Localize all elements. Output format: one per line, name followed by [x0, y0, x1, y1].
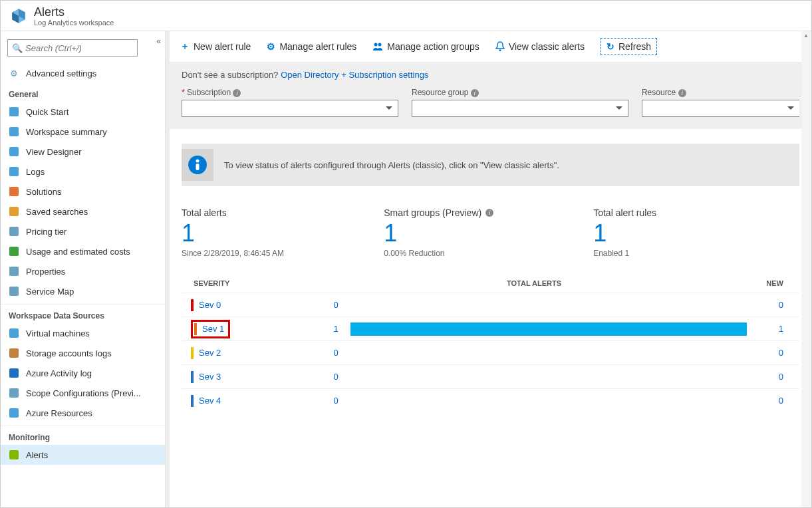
sidebar-group-label: General [1, 83, 165, 102]
svg-rect-4 [9, 187, 19, 196]
open-directory-link[interactable]: Open Directory + Subscription settings [281, 70, 428, 80]
sidebar-item-pricing-tier[interactable]: Pricing tier [1, 221, 165, 241]
resource-select[interactable] [642, 100, 799, 117]
sidebar-item-logs[interactable]: Logs [1, 162, 165, 182]
svg-point-16 [374, 43, 378, 47]
sidebar-item-azure-resources[interactable]: Azure Resources [1, 403, 165, 423]
people-icon [372, 42, 383, 51]
view-classic-alerts-button[interactable]: View classic alerts [495, 41, 585, 52]
sidebar: « 🔍 ⚙ Advanced settings GeneralQuick Sta… [1, 31, 166, 507]
search-input[interactable]: 🔍 [7, 39, 138, 57]
page-subtitle: Log Analytics workspace [34, 19, 114, 27]
bell-icon [495, 41, 505, 52]
toolbar: ＋New alert rule ⚙Manage alert rules Mana… [170, 31, 811, 62]
info-banner: To view status of alerts configured thro… [182, 144, 799, 186]
svg-rect-5 [9, 207, 19, 216]
svg-rect-0 [9, 107, 19, 116]
sidebar-group-label: Workspace Data Sources [1, 304, 165, 323]
info-icon[interactable]: i [485, 209, 493, 217]
sidebar-item-properties[interactable]: Properties [1, 261, 165, 281]
svg-rect-10 [9, 328, 19, 338]
col-severity: SEVERITY [182, 279, 321, 287]
main-content: ＋New alert rule ⚙Manage alert rules Mana… [166, 31, 811, 507]
svg-rect-1 [9, 127, 19, 136]
svg-rect-14 [9, 408, 19, 418]
gear-icon: ⚙ [267, 41, 275, 52]
resource-group-select[interactable] [412, 100, 628, 117]
sidebar-item-usage-and-estimated-costs[interactable]: Usage and estimated costs [1, 241, 165, 261]
sidebar-item-workspace-summary[interactable]: Workspace summary [1, 122, 165, 142]
page-title: Alerts [34, 5, 114, 19]
info-icon[interactable]: i [471, 89, 479, 97]
search-field[interactable] [25, 43, 133, 53]
collapse-icon[interactable]: « [156, 37, 161, 46]
sev-row-sev-3[interactable]: Sev 300 [182, 364, 799, 388]
sev-row-sev-1[interactable]: Sev 111 [182, 317, 799, 340]
stat-total-rules[interactable]: Total alert rules 1 Enabled 1 [593, 207, 656, 258]
sev-row-sev-4[interactable]: Sev 400 [182, 388, 799, 412]
sidebar-item-storage-accounts-logs[interactable]: Storage accounts logs [1, 343, 165, 363]
sidebar-item-alerts[interactable]: Alerts [1, 445, 165, 465]
svg-rect-8 [9, 267, 19, 276]
manage-alert-rules-button[interactable]: ⚙Manage alert rules [267, 41, 356, 52]
new-alert-rule-button[interactable]: ＋New alert rule [180, 41, 251, 53]
gear-icon: ⚙ [9, 68, 19, 78]
subscription-select[interactable] [182, 100, 398, 117]
menu-icon [9, 166, 19, 177]
menu-icon [9, 126, 19, 137]
sidebar-item-quick-start[interactable]: Quick Start [1, 102, 165, 122]
sidebar-item-saved-searches[interactable]: Saved searches [1, 201, 165, 221]
sidebar-item-view-designer[interactable]: View Designer [1, 142, 165, 162]
svg-point-17 [378, 43, 382, 47]
col-total: TOTAL ALERTS [321, 279, 747, 287]
svg-point-20 [196, 160, 200, 163]
stats-row: Total alerts 1 Since 2/28/2019, 8:46:45 … [170, 201, 811, 265]
menu-icon [9, 106, 19, 117]
svg-rect-6 [9, 227, 19, 236]
info-icon [182, 149, 213, 181]
svg-rect-21 [196, 164, 200, 170]
plus-icon: ＋ [180, 41, 190, 53]
menu-icon [9, 286, 19, 297]
sidebar-item-azure-activity-log[interactable]: Azure Activity log [1, 363, 165, 383]
info-icon[interactable]: i [233, 89, 241, 97]
menu-icon [9, 348, 19, 358]
info-icon[interactable]: i [678, 89, 686, 97]
refresh-icon: ↻ [607, 41, 614, 52]
sidebar-group-label: Monitoring [1, 426, 165, 445]
severity-table: SEVERITY TOTAL ALERTS NEW Sev 000Sev 111… [182, 274, 799, 412]
scrollbar[interactable] [801, 31, 811, 507]
cube-icon [10, 7, 27, 25]
sidebar-item-virtual-machines[interactable]: Virtual machines [1, 323, 165, 343]
svg-rect-11 [9, 348, 19, 358]
sidebar-item-service-map[interactable]: Service Map [1, 281, 165, 301]
page-header: Alerts Log Analytics workspace [1, 1, 811, 31]
sidebar-item-scope-configurations-previ-[interactable]: Scope Configurations (Previ... [1, 383, 165, 403]
menu-icon [9, 186, 19, 197]
stat-total-alerts[interactable]: Total alerts 1 Since 2/28/2019, 8:46:45 … [182, 207, 284, 258]
refresh-button[interactable]: ↻Refresh [601, 38, 657, 55]
sidebar-item-solutions[interactable]: Solutions [1, 182, 165, 201]
sidebar-advanced-settings[interactable]: ⚙ Advanced settings [1, 63, 165, 83]
resource-label: Resource i [642, 88, 799, 97]
svg-rect-3 [9, 167, 19, 176]
menu-icon [9, 206, 19, 217]
menu-icon [9, 408, 19, 418]
stat-smart-groups[interactable]: Smart groups (Preview) i 1 0.00% Reducti… [384, 207, 493, 258]
menu-icon [9, 146, 19, 157]
svg-point-18 [499, 49, 501, 51]
svg-rect-9 [9, 287, 19, 296]
filter-bar: Don't see a subscription? Open Directory… [170, 62, 811, 129]
menu-icon [9, 246, 19, 257]
svg-rect-2 [9, 147, 19, 156]
search-icon: 🔍 [12, 43, 23, 53]
menu-icon [9, 368, 19, 378]
svg-rect-12 [9, 368, 19, 378]
manage-action-groups-button[interactable]: Manage action groups [372, 41, 479, 52]
svg-rect-13 [9, 388, 19, 398]
menu-icon [9, 328, 19, 338]
menu-icon [9, 388, 19, 398]
sev-row-sev-2[interactable]: Sev 200 [182, 340, 799, 364]
col-new: NEW [747, 279, 799, 287]
sev-row-sev-0[interactable]: Sev 000 [182, 293, 799, 317]
